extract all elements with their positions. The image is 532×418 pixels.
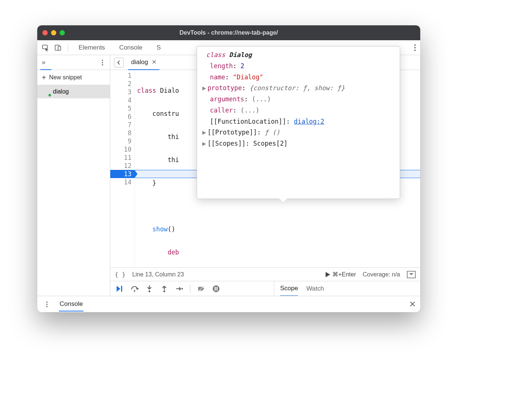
deactivate-breakpoints-icon[interactable] — [196, 284, 206, 294]
editor-tab-dialog[interactable]: dialog ✕ — [128, 55, 159, 70]
pretty-print-icon[interactable]: { } — [115, 271, 126, 278]
svg-point-5 — [414, 50, 416, 51]
line-number: 1 — [110, 72, 134, 80]
window-title: DevTools - chrome://new-tab-page/ — [37, 29, 420, 36]
titlebar: DevTools - chrome://new-tab-page/ — [37, 25, 420, 40]
device-toolbar-icon[interactable] — [53, 42, 63, 53]
line-number: 4 — [110, 96, 134, 104]
run-hint-label: ⌘+Enter — [332, 271, 356, 278]
line-number: 11 — [110, 153, 134, 162]
svg-point-11 — [149, 290, 151, 292]
pause-on-exceptions-icon[interactable] — [211, 284, 221, 294]
svg-point-8 — [102, 64, 103, 66]
expand-icon[interactable]: ▶ — [202, 127, 208, 138]
svg-rect-0 — [42, 45, 47, 49]
navigator-overflow-icon[interactable]: » — [42, 58, 44, 66]
navigator-menu-icon[interactable] — [97, 57, 108, 68]
new-snippet-label: New snippet — [49, 74, 82, 81]
tab-scope[interactable]: Scope — [280, 281, 298, 296]
line-number: 9 — [110, 137, 134, 145]
line-number: 3 — [110, 88, 134, 96]
snippet-item-dialog[interactable]: dialog — [37, 85, 110, 98]
window-zoom-button[interactable] — [60, 30, 65, 35]
cursor-position: Line 13, Column 23 — [132, 271, 184, 278]
line-gutter: 1 2 3 4 5 6 7 8 9 10 11 12 13 14 — [110, 70, 135, 267]
line-number-active: 13 — [110, 170, 134, 178]
new-snippet-button[interactable]: + New snippet — [37, 70, 110, 85]
svg-rect-2 — [58, 46, 61, 50]
step-over-icon[interactable] — [130, 284, 139, 294]
svg-point-13 — [181, 288, 183, 289]
resume-icon[interactable] — [115, 284, 124, 294]
expand-icon[interactable]: ▶ — [202, 138, 208, 149]
svg-point-16 — [213, 285, 219, 292]
devtools-window: DevTools - chrome://new-tab-page/ Elemen… — [37, 25, 420, 312]
line-number: 8 — [110, 129, 134, 137]
svg-point-19 — [46, 301, 48, 303]
console-drawer: Console ✕ — [37, 296, 420, 312]
svg-rect-9 — [121, 286, 122, 292]
line-number: 7 — [110, 121, 134, 129]
drawer-menu-icon[interactable] — [42, 299, 52, 310]
svg-point-7 — [102, 62, 103, 63]
tab-elements[interactable]: Elements — [73, 40, 111, 55]
tab-console[interactable]: Console — [113, 40, 148, 55]
svg-rect-17 — [215, 287, 216, 291]
svg-point-6 — [102, 60, 103, 61]
tab-watch[interactable]: Watch — [306, 281, 324, 296]
snippet-item-label: dialog — [53, 88, 69, 95]
inspect-element-icon[interactable] — [40, 42, 51, 53]
more-menu-icon[interactable] — [410, 42, 420, 53]
step-into-icon[interactable] — [145, 284, 154, 294]
navigator-panel: » + New snippet dialog — [37, 55, 110, 296]
object-preview-tooltip: class Dialog length: 2 name: "Dialog" ▶p… — [197, 46, 400, 199]
function-location-link[interactable]: dialog:2 — [294, 118, 324, 125]
toggle-drawer-icon[interactable] — [407, 271, 416, 278]
svg-point-3 — [414, 44, 416, 46]
expand-icon[interactable]: ▶ — [202, 83, 208, 94]
line-number: 5 — [110, 104, 134, 113]
plus-icon: + — [42, 74, 46, 81]
window-close-button[interactable] — [42, 30, 48, 35]
debugger-toolbar: Scope Watch — [110, 281, 420, 296]
close-drawer-icon[interactable]: ✕ — [409, 300, 416, 309]
navigate-back-icon[interactable] — [114, 58, 124, 67]
line-number: 10 — [110, 145, 134, 153]
coverage-label: Coverage: n/a — [362, 271, 400, 278]
snippet-file-icon — [44, 88, 50, 95]
close-tab-icon[interactable]: ✕ — [152, 58, 156, 66]
svg-point-21 — [46, 306, 48, 307]
svg-point-10 — [134, 290, 135, 292]
run-snippet-button[interactable]: ⌘+Enter — [326, 271, 356, 278]
drawer-tab-console[interactable]: Console — [59, 297, 83, 311]
svg-point-4 — [414, 47, 416, 48]
editor-statusbar: { } Line 13, Column 23 ⌘+Enter Coverage:… — [110, 267, 420, 281]
editor-tab-label: dialog — [131, 58, 148, 66]
svg-point-20 — [46, 304, 48, 305]
svg-point-12 — [164, 290, 165, 292]
svg-rect-18 — [216, 287, 218, 291]
window-minimize-button[interactable] — [51, 30, 56, 35]
tab-sources-truncated[interactable]: S — [151, 40, 167, 55]
line-number: 6 — [110, 113, 134, 121]
step-icon[interactable] — [174, 284, 184, 294]
line-number: 2 — [110, 80, 134, 88]
line-number: 12 — [110, 162, 134, 170]
line-number: 14 — [110, 178, 134, 186]
step-out-icon[interactable] — [159, 284, 169, 294]
